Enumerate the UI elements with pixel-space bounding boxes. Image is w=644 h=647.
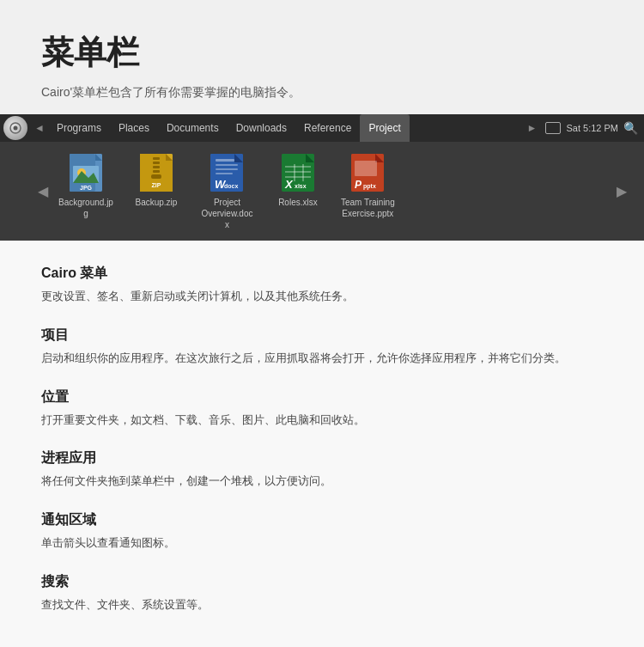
svg-text:JPG: JPG — [80, 185, 93, 191]
svg-text:P: P — [355, 179, 362, 191]
nav-item-project[interactable]: Project — [360, 114, 409, 142]
svg-rect-21 — [216, 164, 238, 166]
section-programs-apps-title: 进程应用 — [41, 449, 603, 467]
monitor-icon — [545, 122, 561, 134]
jpg-icon: JPG — [70, 154, 102, 192]
section-places-title: 位置 — [41, 388, 603, 406]
svg-rect-14 — [153, 166, 160, 168]
pptx-icon: P pptx — [351, 154, 384, 192]
section-search-title: 搜索 — [41, 573, 603, 591]
file-icon-xlsx: X xlsx — [281, 152, 315, 193]
svg-rect-28 — [285, 166, 311, 168]
nav-item-downloads[interactable]: Downloads — [228, 114, 295, 142]
file-item-zip[interactable]: ZIP Backup.zip — [131, 152, 182, 230]
file-label-docx: ProjectOverview.docx — [199, 197, 255, 230]
file-label-pptx: Team TrainingExercise.pptx — [341, 197, 395, 219]
files-nav-right[interactable]: ▶ — [613, 183, 630, 199]
file-icon-pptx: P pptx — [350, 152, 385, 193]
content-area: Cairo 菜单 更改设置、签名、重新启动或关闭计算机，以及其他系统任务。 项目… — [0, 241, 644, 647]
section-search-body: 查找文件、文件夹、系统设置等。 — [41, 596, 603, 614]
svg-text:ZIP: ZIP — [151, 182, 161, 188]
file-icon-zip: ZIP — [139, 152, 173, 193]
section-project: 项目 启动和组织你的应用程序。在这次旅行之后，应用抓取器将会打开，允许你选择应用… — [41, 327, 603, 368]
section-programs-apps-body: 将任何文件夹拖到菜单栏中，创建一个堆栈，以方便访问。 — [41, 473, 603, 491]
section-notification: 通知区域 单击箭头以查看通知图标。 — [41, 511, 603, 552]
page-title: 菜单栏 — [41, 31, 603, 75]
file-item-docx[interactable]: W docx ProjectOverview.docx — [199, 152, 255, 230]
section-cairo-menu-title: Cairo 菜单 — [41, 265, 603, 283]
svg-text:X: X — [284, 178, 294, 191]
svg-rect-16 — [151, 174, 161, 179]
svg-rect-22 — [216, 168, 238, 170]
search-icon[interactable]: 🔍 — [623, 121, 637, 135]
section-notification-title: 通知区域 — [41, 511, 603, 529]
svg-rect-37 — [355, 161, 377, 176]
svg-rect-23 — [216, 173, 233, 174]
page-subtitle: Cairo'菜单栏包含了所有你需要掌握的电脑指令。 — [41, 85, 603, 101]
zip-icon: ZIP — [140, 154, 173, 192]
svg-rect-20 — [216, 159, 234, 162]
xlsx-icon: X xlsx — [282, 154, 314, 192]
nav-item-programs[interactable]: Programs — [48, 114, 110, 142]
svg-rect-31 — [294, 164, 295, 181]
svg-text:pptx: pptx — [363, 183, 376, 190]
section-notification-body: 单击箭头以查看通知图标。 — [41, 534, 603, 552]
section-cairo-menu-body: 更改设置、签名、重新启动或关闭计算机，以及其他系统任务。 — [41, 288, 603, 306]
cairo-menu-button[interactable] — [3, 116, 27, 140]
taskbar-clock: Sat 5:12 PM — [566, 123, 618, 133]
file-label-jpg: Background.jpg — [58, 197, 113, 219]
files-nav-left[interactable]: ◀ — [34, 183, 52, 199]
file-item-xlsx[interactable]: X xlsx Roles.xlsx — [272, 152, 324, 230]
svg-text:docx: docx — [224, 183, 238, 189]
section-places: 位置 打开重要文件夹，如文档、下载、音乐、图片、此电脑和回收站。 — [41, 388, 603, 430]
svg-rect-15 — [153, 170, 160, 173]
svg-point-1 — [14, 126, 18, 131]
section-project-body: 启动和组织你的应用程序。在这次旅行之后，应用抓取器将会打开，允许你选择应用程序，… — [41, 350, 603, 368]
page-header: 菜单栏 Cairo'菜单栏包含了所有你需要掌握的电脑指令。 — [0, 0, 644, 114]
svg-rect-32 — [302, 164, 304, 181]
files-list: JPG Background.jpg — [58, 152, 606, 230]
taskbar-right-arrow[interactable]: ► — [524, 122, 541, 134]
section-places-body: 打开重要文件夹，如文档、下载、音乐、图片、此电脑和回收站。 — [41, 412, 603, 430]
svg-rect-12 — [153, 157, 160, 160]
taskbar-left-arrow[interactable]: ◄ — [31, 122, 48, 134]
file-icon-docx: W docx — [210, 152, 244, 193]
file-label-xlsx: Roles.xlsx — [278, 197, 318, 208]
taskbar-right: ► Sat 5:12 PM 🔍 — [524, 121, 641, 135]
section-programs-apps: 进程应用 将任何文件夹拖到菜单栏中，创建一个堆栈，以方便访问。 — [41, 449, 603, 491]
svg-text:xlsx: xlsx — [295, 183, 307, 189]
section-search: 搜索 查找文件、文件夹、系统设置等。 — [41, 573, 603, 614]
files-panel: ◀ JPG Background.jpg — [0, 142, 644, 241]
taskbar: ◄ Programs Places Documents Downloads Re… — [0, 114, 644, 142]
taskbar-nav: Programs Places Documents Downloads Refe… — [48, 114, 410, 142]
nav-item-reference[interactable]: Reference — [295, 114, 360, 142]
nav-item-documents[interactable]: Documents — [158, 114, 228, 142]
file-label-zip: Backup.zip — [135, 197, 177, 208]
section-cairo-menu: Cairo 菜单 更改设置、签名、重新启动或关闭计算机，以及其他系统任务。 — [41, 265, 603, 306]
nav-item-places[interactable]: Places — [110, 114, 158, 142]
file-item-pptx[interactable]: P pptx Team TrainingExercise.pptx — [341, 152, 395, 230]
file-icon-jpg: JPG — [69, 152, 103, 193]
file-item-jpg[interactable]: JPG Background.jpg — [58, 152, 113, 230]
svg-rect-13 — [153, 162, 160, 164]
docx-icon: W docx — [210, 154, 243, 192]
svg-rect-29 — [285, 171, 311, 173]
section-project-title: 项目 — [41, 327, 603, 345]
